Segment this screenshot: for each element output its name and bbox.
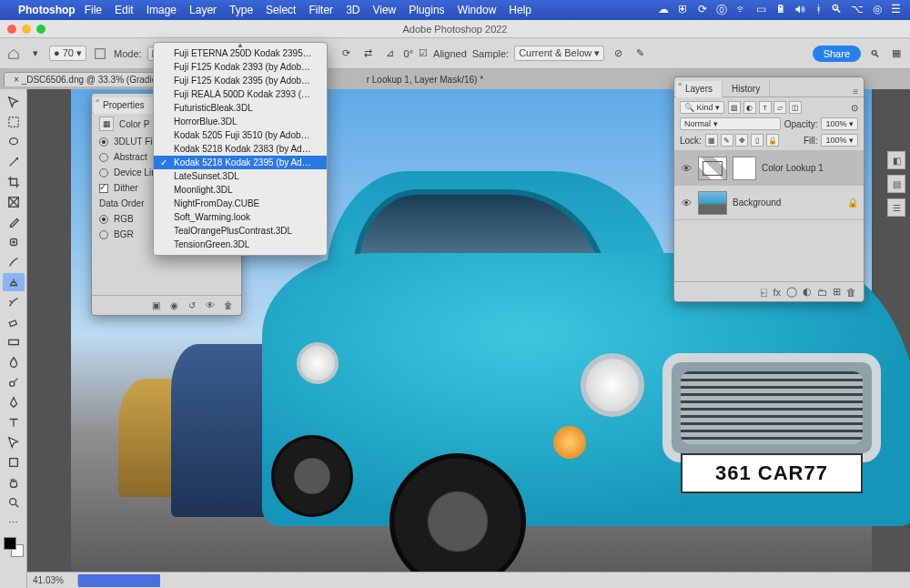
hand-tool[interactable]	[3, 473, 25, 492]
menu-select[interactable]: Select	[266, 4, 296, 16]
angle-value[interactable]: 0°	[404, 48, 414, 59]
menu-layer[interactable]: Layer	[189, 4, 217, 16]
radio-bgr[interactable]	[99, 230, 108, 239]
clip-icon[interactable]: ▣	[148, 299, 163, 312]
h-scrollbar[interactable]	[78, 574, 160, 587]
marquee-tool[interactable]	[3, 113, 25, 131]
h-scroll-thumb[interactable]	[78, 574, 160, 587]
sync-icon[interactable]: ⟳	[698, 3, 707, 18]
healing-tool[interactable]	[3, 233, 25, 251]
menu-plugins[interactable]: Plugins	[409, 4, 444, 16]
layer-row[interactable]: 👁 Color Lookup 1	[674, 151, 864, 186]
dodge-tool[interactable]	[3, 373, 25, 391]
history-brush-tool[interactable]	[3, 293, 25, 311]
layer-name[interactable]: Background	[733, 198, 781, 208]
lut-item[interactable]: FuturisticBleak.3DL	[154, 101, 327, 115]
layer-thumb[interactable]	[698, 191, 727, 215]
radio-rgb[interactable]	[99, 215, 108, 224]
menu-image[interactable]: Image	[147, 4, 177, 16]
link-layers-icon[interactable]: ⍇	[761, 287, 767, 298]
wifi-icon[interactable]: ᯤ	[736, 3, 747, 18]
pen-tool[interactable]	[3, 393, 25, 411]
display-icon[interactable]: ▭	[756, 3, 766, 18]
layers-tab[interactable]: Layers	[676, 81, 723, 97]
fill-field[interactable]: 100% ▾	[821, 134, 858, 147]
lut-item-selected[interactable]: Kodak 5218 Kodak 2395 (by Adobe).cube	[154, 156, 327, 169]
brush-preset[interactable]: ● 70 ▾	[49, 46, 86, 61]
properties-tab[interactable]: Properties	[94, 97, 155, 114]
opacity-field[interactable]: 100% ▾	[821, 117, 858, 130]
lock-nest-icon[interactable]: ▯	[751, 134, 763, 147]
lut-item[interactable]: TensionGreen.3DL	[154, 238, 327, 251]
zoom-tool[interactable]	[3, 493, 25, 512]
lut-item[interactable]: TealOrangePlusContrast.3DL	[154, 224, 327, 238]
lut-item[interactable]: Fuji ETERNA 250D Kodak 2395 (by Adobe).c…	[154, 46, 327, 60]
lut-item[interactable]: Fuji REALA 500D Kodak 2393 (by Adobe).cu…	[154, 87, 327, 101]
rotate-icon[interactable]: ⟳	[339, 46, 355, 62]
bluetooth-icon[interactable]: ᚼ	[815, 3, 822, 18]
dock-libraries-icon[interactable]: ☰	[887, 198, 905, 217]
brush-settings-icon[interactable]	[92, 46, 108, 62]
filter-toggle[interactable]: ⊙	[851, 103, 858, 113]
window-zoom-button[interactable]	[36, 25, 46, 34]
layer-name[interactable]: Color Lookup 1	[762, 163, 824, 173]
volume-icon[interactable]: 🔊︎	[795, 3, 806, 18]
lut-item[interactable]: NightFromDay.CUBE	[154, 197, 327, 210]
menu-filter[interactable]: Filter	[308, 4, 333, 16]
filter-adj-icon[interactable]: ◐	[743, 101, 756, 114]
layer-row[interactable]: 👁 Background 🔒	[674, 186, 864, 220]
history-tab[interactable]: History	[723, 81, 770, 96]
lut-item[interactable]: Fuji F125 Kodak 2395 (by Adobe).cube	[154, 74, 327, 87]
panel-collapse-icon[interactable]: «	[96, 96, 99, 105]
delete-layer-icon[interactable]: 🗑	[846, 287, 856, 298]
dock-color-icon[interactable]: ◧	[887, 151, 905, 169]
menu-type[interactable]: Type	[229, 4, 253, 16]
filter-kind-select[interactable]: 🔍 Kind ▾	[680, 101, 724, 114]
adj-layer-icon[interactable]: ◐	[803, 286, 812, 298]
eraser-tool[interactable]	[3, 313, 25, 331]
search-ps-icon[interactable]: 🔍︎	[866, 46, 883, 62]
fg-color-swatch[interactable]	[4, 537, 16, 550]
dock-swatches-icon[interactable]: ▤	[887, 175, 905, 193]
visibility-icon[interactable]: 👁	[203, 299, 217, 312]
clone-stamp-tool[interactable]	[3, 273, 25, 291]
menu-file[interactable]: File	[85, 4, 102, 16]
lut-item[interactable]: Kodak 5205 Fuji 3510 (by Adobe).cube	[154, 128, 327, 142]
blur-tool[interactable]	[3, 353, 25, 371]
tools-more[interactable]: ⋯	[3, 513, 25, 532]
radio-devicelink[interactable]	[99, 168, 108, 177]
mask-thumb[interactable]	[733, 157, 756, 180]
prev-state-icon[interactable]: ◉	[167, 299, 181, 312]
filter-pixel-icon[interactable]: ▧	[728, 101, 741, 114]
filter-smart-icon[interactable]: ◫	[789, 101, 802, 114]
crop-tool[interactable]	[3, 173, 25, 191]
shape-tool[interactable]	[3, 453, 25, 471]
new-layer-icon[interactable]: ⊞	[833, 286, 841, 298]
group-icon[interactable]: 🗀	[817, 287, 827, 298]
user-icon[interactable]: ⓪	[716, 3, 727, 18]
pressure-icon[interactable]: ✎	[632, 46, 648, 62]
menu-view[interactable]: View	[372, 4, 396, 16]
gradient-tool[interactable]	[3, 333, 25, 351]
home-icon[interactable]	[5, 46, 22, 62]
filter-type-icon[interactable]: T	[759, 101, 772, 114]
lut-item[interactable]: Kodak 5218 Kodak 2383 (by Adobe).cube	[154, 142, 327, 156]
tool-preset-chevron[interactable]: ▾	[27, 46, 44, 62]
flip-icon[interactable]: ⇄	[360, 46, 377, 62]
panel-menu-icon[interactable]: ≡	[847, 86, 864, 96]
lut-item[interactable]: HorrorBlue.3DL	[154, 115, 327, 128]
visibility-toggle[interactable]: 👁	[680, 198, 693, 208]
check-dither[interactable]	[99, 184, 108, 193]
menu-3d[interactable]: 3D	[346, 4, 359, 16]
filter-shape-icon[interactable]: ▱	[774, 101, 786, 114]
eyedropper-tool[interactable]	[3, 213, 25, 231]
lock-pos-icon[interactable]: ✥	[735, 134, 748, 147]
zoom-field[interactable]: 41.03%	[27, 575, 78, 585]
trash-icon[interactable]: 🗑	[221, 299, 236, 312]
radio-3dlut[interactable]	[99, 137, 108, 147]
menu-help[interactable]: Help	[509, 4, 531, 16]
brush-tool[interactable]	[3, 253, 25, 271]
mask-icon[interactable]: ◯	[786, 286, 797, 298]
window-close-button[interactable]	[7, 25, 16, 34]
battery-icon[interactable]: 🔋︎	[775, 3, 786, 18]
